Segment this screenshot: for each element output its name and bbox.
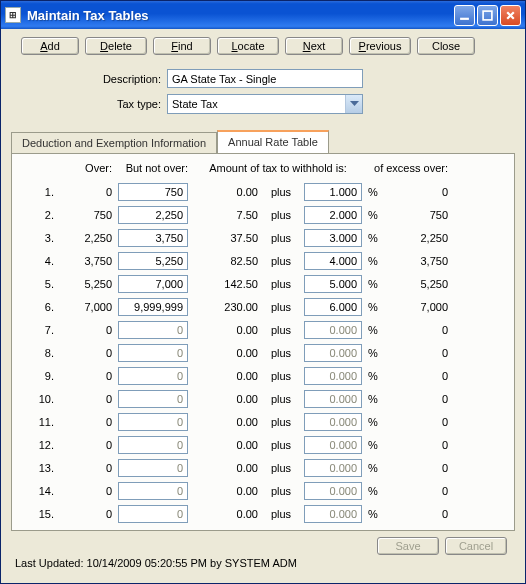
rate-input[interactable]	[304, 206, 362, 224]
over-value: 0	[62, 324, 112, 336]
plus-label: plus	[264, 462, 298, 474]
rate-input[interactable]	[304, 298, 362, 316]
percent-label: %	[368, 370, 382, 382]
table-row: 2.7507.50plus%750	[30, 203, 496, 226]
app-window: ⊞ Maintain Tax Tables Add Delete Find Lo…	[0, 0, 526, 584]
plus-label: plus	[264, 301, 298, 313]
grid-header: Over: But not over: Amount of tax to wit…	[20, 162, 506, 174]
plus-label: plus	[264, 439, 298, 451]
table-row: 11.00.00plus%0	[30, 410, 496, 433]
rate-input[interactable]	[304, 413, 362, 431]
excess-value: 0	[388, 370, 448, 382]
over-value: 0	[62, 416, 112, 428]
app-icon: ⊞	[5, 7, 21, 23]
footer-buttons: Save Cancel	[11, 537, 515, 555]
amount-value: 0.00	[194, 370, 258, 382]
amount-value: 0.00	[194, 462, 258, 474]
over-value: 3,750	[62, 255, 112, 267]
percent-label: %	[368, 393, 382, 405]
rate-input[interactable]	[304, 321, 362, 339]
excess-value: 0	[388, 462, 448, 474]
but-not-over-input[interactable]	[118, 229, 188, 247]
but-not-over-input[interactable]	[118, 413, 188, 431]
over-value: 0	[62, 347, 112, 359]
over-value: 750	[62, 209, 112, 221]
amount-value: 0.00	[194, 186, 258, 198]
add-button[interactable]: Add	[21, 37, 79, 55]
amount-value: 82.50	[194, 255, 258, 267]
percent-label: %	[368, 186, 382, 198]
tabstrip: Deduction and Exemption Information Annu…	[11, 130, 515, 153]
amount-value: 0.00	[194, 439, 258, 451]
but-not-over-input[interactable]	[118, 367, 188, 385]
row-index: 3.	[30, 232, 56, 244]
find-button[interactable]: Find	[153, 37, 211, 55]
plus-label: plus	[264, 508, 298, 520]
description-row: Description:	[11, 69, 515, 88]
but-not-over-input[interactable]	[118, 390, 188, 408]
close-window-button[interactable]	[500, 5, 521, 26]
tab-deduction[interactable]: Deduction and Exemption Information	[11, 132, 217, 154]
rate-input[interactable]	[304, 183, 362, 201]
rate-input[interactable]	[304, 390, 362, 408]
table-row: 4.3,75082.50plus%3,750	[30, 249, 496, 272]
row-index: 13.	[30, 462, 56, 474]
previous-button[interactable]: Previous	[349, 37, 411, 55]
next-button[interactable]: Next	[285, 37, 343, 55]
col-over: Over:	[62, 162, 112, 174]
but-not-over-input[interactable]	[118, 344, 188, 362]
svg-rect-0	[460, 17, 469, 19]
rate-input[interactable]	[304, 229, 362, 247]
row-index: 14.	[30, 485, 56, 497]
close-button[interactable]: Close	[417, 37, 475, 55]
taxtype-value: State Tax	[172, 98, 218, 110]
but-not-over-input[interactable]	[118, 252, 188, 270]
rate-input[interactable]	[304, 367, 362, 385]
taxtype-select[interactable]: State Tax	[167, 94, 363, 114]
delete-button[interactable]: Delete	[85, 37, 147, 55]
chevron-down-icon	[345, 95, 362, 113]
but-not-over-input[interactable]	[118, 206, 188, 224]
rate-input[interactable]	[304, 482, 362, 500]
amount-value: 0.00	[194, 416, 258, 428]
col-excess: of excess over:	[368, 162, 448, 174]
percent-label: %	[368, 485, 382, 497]
save-button[interactable]: Save	[377, 537, 439, 555]
rate-input[interactable]	[304, 459, 362, 477]
over-value: 0	[62, 462, 112, 474]
plus-label: plus	[264, 347, 298, 359]
plus-label: plus	[264, 232, 298, 244]
plus-label: plus	[264, 324, 298, 336]
but-not-over-input[interactable]	[118, 183, 188, 201]
percent-label: %	[368, 347, 382, 359]
cancel-button[interactable]: Cancel	[445, 537, 507, 555]
but-not-over-input[interactable]	[118, 505, 188, 523]
locate-button[interactable]: Locate	[217, 37, 279, 55]
description-input[interactable]	[167, 69, 363, 88]
excess-value: 0	[388, 347, 448, 359]
tab-annual-rate[interactable]: Annual Rate Table	[217, 130, 329, 153]
excess-value: 0	[388, 485, 448, 497]
rate-input[interactable]	[304, 252, 362, 270]
minimize-button[interactable]	[454, 5, 475, 26]
but-not-over-input[interactable]	[118, 275, 188, 293]
status-line: Last Updated: 10/14/2009 05:20:55 PM by …	[11, 555, 515, 573]
rate-input[interactable]	[304, 344, 362, 362]
rate-input[interactable]	[304, 505, 362, 523]
over-value: 0	[62, 508, 112, 520]
grid-body: 1.00.00plus%02.7507.50plus%7503.2,25037.…	[20, 180, 506, 525]
excess-value: 0	[388, 439, 448, 451]
plus-label: plus	[264, 255, 298, 267]
window-controls	[454, 5, 521, 26]
but-not-over-input[interactable]	[118, 459, 188, 477]
rate-input[interactable]	[304, 275, 362, 293]
but-not-over-input[interactable]	[118, 298, 188, 316]
rate-input[interactable]	[304, 436, 362, 454]
col-amount: Amount of tax to withhold is:	[194, 162, 362, 174]
but-not-over-input[interactable]	[118, 321, 188, 339]
but-not-over-input[interactable]	[118, 436, 188, 454]
percent-label: %	[368, 209, 382, 221]
maximize-button[interactable]	[477, 5, 498, 26]
table-row: 7.00.00plus%0	[30, 318, 496, 341]
but-not-over-input[interactable]	[118, 482, 188, 500]
